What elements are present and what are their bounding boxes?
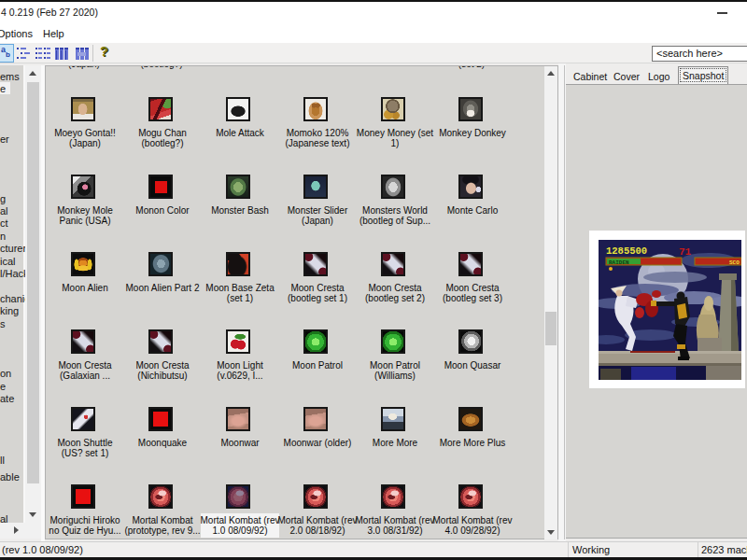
svg-text:1285500: 1285500 bbox=[606, 245, 647, 257]
svg-text:RAIDEN: RAIDEN bbox=[609, 259, 629, 266]
svg-text:71: 71 bbox=[679, 246, 692, 258]
svg-text:SCO: SCO bbox=[729, 259, 740, 266]
